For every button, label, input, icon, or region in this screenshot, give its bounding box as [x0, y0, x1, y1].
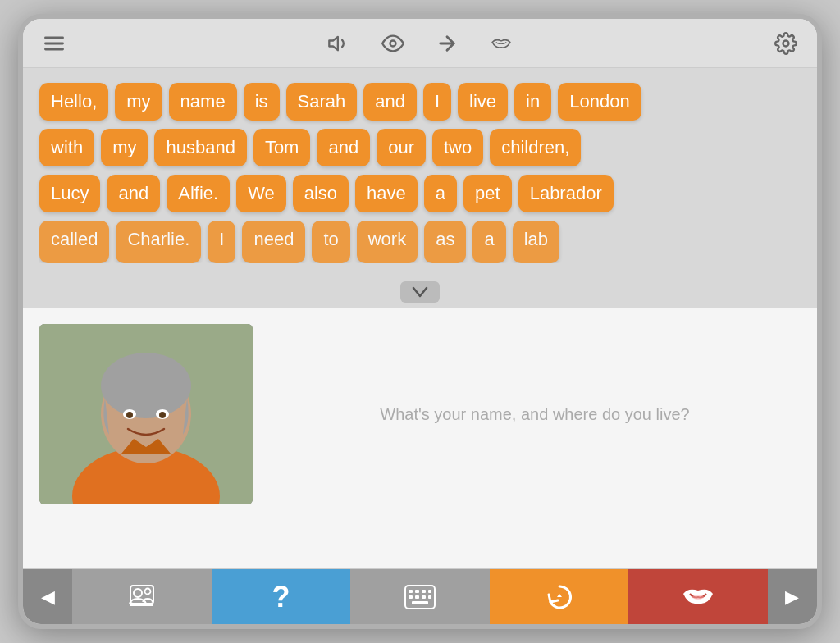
- word-my-2[interactable]: my: [101, 129, 148, 166]
- word-a[interactable]: a: [424, 175, 457, 212]
- svg-point-14: [159, 412, 166, 418]
- question-area: What's your name, and where do you live?: [269, 324, 801, 504]
- svg-point-10: [101, 353, 191, 418]
- speak-lips-icon: [680, 584, 716, 610]
- word-children[interactable]: children,: [490, 129, 581, 166]
- word-row-4-partial: called Charlie. I need to work as a lab: [39, 221, 801, 263]
- word-as[interactable]: as: [424, 221, 466, 263]
- top-toolbar: [23, 19, 817, 68]
- toolbar-right: [771, 29, 801, 58]
- toolbar-center: [324, 29, 516, 58]
- settings-button[interactable]: [771, 29, 801, 58]
- svg-point-4: [390, 40, 396, 46]
- eye-button[interactable]: [378, 29, 408, 58]
- toolbar-left: [39, 29, 69, 58]
- svg-rect-26: [422, 595, 426, 599]
- text-area: Hello, my name is Sarah and I live in Lo…: [23, 68, 817, 276]
- word-need[interactable]: need: [242, 221, 305, 263]
- word-row-3: Lucy and Alfie. We also have a pet Labra…: [39, 175, 801, 212]
- word-We[interactable]: We: [236, 175, 286, 212]
- svg-point-5: [783, 40, 789, 46]
- word-Alfie[interactable]: Alfie.: [167, 175, 230, 212]
- word-lab[interactable]: lab: [513, 221, 559, 263]
- arrow-right-button[interactable]: [432, 29, 462, 58]
- svg-rect-21: [415, 590, 419, 593]
- word-row-1: Hello, my name is Sarah and I live in Lo…: [39, 83, 801, 121]
- people-button[interactable]: [72, 569, 212, 624]
- word-Charlie[interactable]: Charlie.: [116, 221, 201, 263]
- word-also[interactable]: also: [293, 175, 349, 212]
- volume-button[interactable]: [324, 29, 354, 58]
- word-have[interactable]: have: [355, 175, 418, 212]
- word-Labrador[interactable]: Labrador: [518, 175, 614, 212]
- content-area: What's your name, and where do you live?: [23, 308, 817, 568]
- prev-button[interactable]: ◀: [23, 569, 72, 624]
- scroll-indicator: [23, 276, 817, 308]
- word-work[interactable]: work: [357, 221, 418, 263]
- svg-rect-22: [422, 590, 426, 593]
- word-live[interactable]: live: [458, 83, 508, 121]
- word-pet[interactable]: pet: [463, 175, 512, 212]
- svg-point-13: [126, 412, 133, 418]
- word-a-2[interactable]: a: [472, 221, 505, 263]
- svg-rect-24: [409, 595, 413, 599]
- svg-point-18: [144, 588, 150, 594]
- word-my-1[interactable]: my: [115, 83, 162, 121]
- replay-icon: [544, 581, 575, 613]
- word-I-2[interactable]: I: [208, 221, 235, 263]
- question-text: What's your name, and where do you live?: [380, 405, 689, 424]
- word-London[interactable]: London: [558, 83, 641, 121]
- word-is[interactable]: is: [244, 83, 280, 121]
- scroll-down-button[interactable]: [400, 281, 440, 303]
- question-mark-icon: ?: [272, 580, 290, 614]
- prev-icon: ◀: [41, 586, 55, 608]
- word-and-2[interactable]: and: [317, 129, 370, 166]
- word-two[interactable]: two: [432, 129, 483, 166]
- next-button[interactable]: ▶: [768, 569, 817, 624]
- svg-rect-20: [409, 590, 413, 593]
- word-Sarah[interactable]: Sarah: [286, 83, 358, 121]
- question-button[interactable]: ?: [212, 569, 351, 624]
- people-icon: [127, 582, 157, 612]
- svg-rect-23: [428, 590, 431, 593]
- word-name[interactable]: name: [169, 83, 237, 121]
- word-to[interactable]: to: [312, 221, 349, 263]
- bottom-toolbar: ◀ ?: [23, 568, 817, 624]
- word-husband[interactable]: husband: [154, 129, 246, 166]
- keyboard-button[interactable]: [350, 569, 490, 624]
- word-our[interactable]: our: [377, 129, 426, 166]
- word-and-3[interactable]: and: [107, 175, 160, 212]
- menu-button[interactable]: [39, 29, 69, 58]
- keyboard-icon: [404, 585, 436, 609]
- svg-marker-3: [329, 36, 338, 49]
- svg-point-17: [134, 589, 142, 597]
- person-image: [39, 324, 253, 504]
- svg-rect-28: [412, 601, 428, 604]
- svg-rect-25: [415, 595, 419, 599]
- word-row-2: with my husband Tom and our two children…: [39, 129, 801, 166]
- replay-button[interactable]: [490, 569, 629, 624]
- lips-button[interactable]: [486, 29, 516, 58]
- next-icon: ▶: [785, 586, 799, 608]
- word-Tom[interactable]: Tom: [253, 129, 311, 166]
- word-and-1[interactable]: and: [363, 83, 417, 121]
- word-in[interactable]: in: [514, 83, 551, 121]
- speak-button[interactable]: [628, 569, 768, 624]
- word-Hello[interactable]: Hello,: [39, 83, 108, 121]
- svg-rect-27: [428, 595, 431, 599]
- device-frame: Hello, my name is Sarah and I live in Lo…: [18, 14, 822, 629]
- word-I[interactable]: I: [423, 83, 451, 121]
- svg-point-29: [692, 595, 704, 600]
- word-called[interactable]: called: [39, 221, 109, 263]
- word-Lucy[interactable]: Lucy: [39, 175, 100, 212]
- word-with[interactable]: with: [39, 129, 94, 166]
